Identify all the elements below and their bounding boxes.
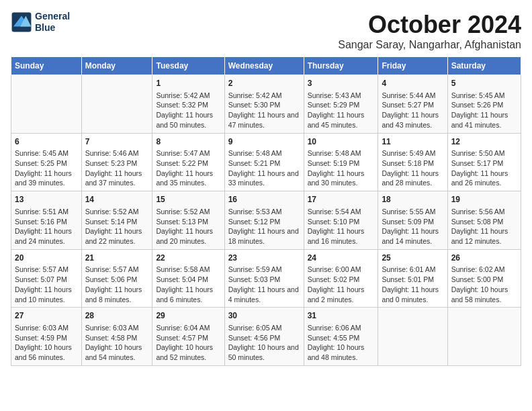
day-cell: 22Sunrise: 5:58 AMSunset: 5:04 PMDayligh… bbox=[152, 249, 224, 308]
day-cell: 25Sunrise: 6:01 AMSunset: 5:01 PMDayligh… bbox=[378, 249, 447, 308]
day-number: 9 bbox=[228, 136, 300, 148]
day-number: 5 bbox=[451, 78, 517, 89]
day-cell: 12Sunrise: 5:50 AMSunset: 5:17 PMDayligh… bbox=[447, 133, 521, 191]
logo-icon bbox=[11, 11, 32, 33]
logo-line1: General bbox=[35, 11, 70, 22]
day-cell: 23Sunrise: 5:59 AMSunset: 5:03 PMDayligh… bbox=[224, 249, 304, 308]
header-cell-sunday: Sunday bbox=[11, 57, 82, 75]
day-cell: 17Sunrise: 5:54 AMSunset: 5:10 PMDayligh… bbox=[304, 191, 378, 250]
day-number: 22 bbox=[156, 253, 220, 264]
week-row-2: 6Sunrise: 5:45 AMSunset: 5:25 PMDaylight… bbox=[11, 133, 521, 191]
day-info: Sunrise: 5:54 AMSunset: 5:10 PMDaylight:… bbox=[308, 207, 375, 246]
day-number: 28 bbox=[85, 310, 149, 322]
day-number: 23 bbox=[228, 253, 300, 264]
day-info: Sunrise: 5:57 AMSunset: 5:06 PMDaylight:… bbox=[85, 265, 149, 304]
day-info: Sunrise: 5:58 AMSunset: 5:04 PMDaylight:… bbox=[156, 265, 220, 304]
day-info: Sunrise: 5:45 AMSunset: 5:25 PMDaylight:… bbox=[15, 148, 78, 188]
day-info: Sunrise: 5:44 AMSunset: 5:27 PMDaylight:… bbox=[382, 91, 443, 130]
day-info: Sunrise: 6:03 AMSunset: 4:59 PMDaylight:… bbox=[15, 323, 78, 363]
day-cell: 19Sunrise: 5:56 AMSunset: 5:08 PMDayligh… bbox=[447, 191, 521, 250]
day-cell: 24Sunrise: 6:00 AMSunset: 5:02 PMDayligh… bbox=[304, 249, 378, 308]
day-info: Sunrise: 5:50 AMSunset: 5:17 PMDaylight:… bbox=[451, 148, 517, 188]
day-cell: 18Sunrise: 5:55 AMSunset: 5:09 PMDayligh… bbox=[378, 191, 447, 250]
day-info: Sunrise: 6:05 AMSunset: 4:56 PMDaylight:… bbox=[228, 323, 300, 363]
day-number: 19 bbox=[451, 194, 517, 205]
day-cell: 13Sunrise: 5:51 AMSunset: 5:16 PMDayligh… bbox=[11, 191, 82, 250]
day-number: 6 bbox=[15, 136, 78, 148]
day-cell: 7Sunrise: 5:46 AMSunset: 5:23 PMDaylight… bbox=[81, 133, 152, 191]
day-number: 4 bbox=[382, 78, 443, 89]
day-cell: 14Sunrise: 5:52 AMSunset: 5:14 PMDayligh… bbox=[81, 191, 152, 250]
day-cell: 10Sunrise: 5:48 AMSunset: 5:19 PMDayligh… bbox=[304, 133, 378, 191]
day-info: Sunrise: 5:59 AMSunset: 5:03 PMDaylight:… bbox=[228, 265, 300, 304]
day-number: 31 bbox=[308, 310, 375, 322]
page-header: General Blue October 2024 Sangar Saray, … bbox=[11, 11, 521, 51]
week-row-1: 1Sunrise: 5:42 AMSunset: 5:32 PMDaylight… bbox=[11, 75, 521, 134]
day-cell: 29Sunrise: 6:04 AMSunset: 4:57 PMDayligh… bbox=[152, 308, 224, 366]
day-number: 1 bbox=[156, 78, 220, 89]
day-info: Sunrise: 6:02 AMSunset: 5:00 PMDaylight:… bbox=[451, 265, 517, 304]
day-info: Sunrise: 6:03 AMSunset: 4:58 PMDaylight:… bbox=[85, 323, 149, 363]
day-number: 27 bbox=[15, 310, 78, 322]
day-number: 14 bbox=[85, 194, 149, 205]
header-cell-wednesday: Wednesday bbox=[224, 57, 304, 75]
header-row: SundayMondayTuesdayWednesdayThursdayFrid… bbox=[11, 57, 521, 75]
day-info: Sunrise: 5:42 AMSunset: 5:30 PMDaylight:… bbox=[228, 91, 300, 130]
day-cell: 11Sunrise: 5:49 AMSunset: 5:18 PMDayligh… bbox=[378, 133, 447, 191]
week-row-3: 13Sunrise: 5:51 AMSunset: 5:16 PMDayligh… bbox=[11, 191, 521, 250]
day-info: Sunrise: 5:52 AMSunset: 5:13 PMDaylight:… bbox=[156, 207, 220, 246]
day-info: Sunrise: 5:47 AMSunset: 5:22 PMDaylight:… bbox=[156, 148, 220, 188]
day-cell: 20Sunrise: 5:57 AMSunset: 5:07 PMDayligh… bbox=[11, 249, 82, 308]
day-cell bbox=[11, 75, 82, 134]
day-number: 10 bbox=[308, 136, 375, 148]
day-number: 29 bbox=[156, 310, 220, 322]
day-info: Sunrise: 6:04 AMSunset: 4:57 PMDaylight:… bbox=[156, 323, 220, 363]
day-cell: 27Sunrise: 6:03 AMSunset: 4:59 PMDayligh… bbox=[11, 308, 82, 366]
day-number: 26 bbox=[451, 253, 517, 264]
day-number: 12 bbox=[451, 136, 517, 148]
day-cell: 6Sunrise: 5:45 AMSunset: 5:25 PMDaylight… bbox=[11, 133, 82, 191]
header-cell-tuesday: Tuesday bbox=[152, 57, 224, 75]
day-info: Sunrise: 5:46 AMSunset: 5:23 PMDaylight:… bbox=[85, 148, 149, 188]
day-info: Sunrise: 5:48 AMSunset: 5:21 PMDaylight:… bbox=[228, 148, 300, 188]
day-info: Sunrise: 5:52 AMSunset: 5:14 PMDaylight:… bbox=[85, 207, 149, 246]
day-info: Sunrise: 5:55 AMSunset: 5:09 PMDaylight:… bbox=[382, 207, 443, 246]
day-cell: 3Sunrise: 5:43 AMSunset: 5:29 PMDaylight… bbox=[304, 75, 378, 134]
day-number: 21 bbox=[85, 253, 149, 264]
day-cell: 30Sunrise: 6:05 AMSunset: 4:56 PMDayligh… bbox=[224, 308, 304, 366]
day-number: 8 bbox=[156, 136, 220, 148]
day-number: 18 bbox=[382, 194, 443, 205]
day-number: 11 bbox=[382, 136, 443, 148]
header-cell-friday: Friday bbox=[378, 57, 447, 75]
day-info: Sunrise: 6:00 AMSunset: 5:02 PMDaylight:… bbox=[308, 265, 375, 304]
day-cell: 15Sunrise: 5:52 AMSunset: 5:13 PMDayligh… bbox=[152, 191, 224, 250]
day-cell: 8Sunrise: 5:47 AMSunset: 5:22 PMDaylight… bbox=[152, 133, 224, 191]
day-number: 20 bbox=[15, 253, 78, 264]
day-cell: 31Sunrise: 6:06 AMSunset: 4:55 PMDayligh… bbox=[304, 308, 378, 366]
day-info: Sunrise: 5:48 AMSunset: 5:19 PMDaylight:… bbox=[308, 148, 375, 188]
day-cell: 4Sunrise: 5:44 AMSunset: 5:27 PMDaylight… bbox=[378, 75, 447, 134]
day-cell: 28Sunrise: 6:03 AMSunset: 4:58 PMDayligh… bbox=[81, 308, 152, 366]
calendar-table: SundayMondayTuesdayWednesdayThursdayFrid… bbox=[11, 56, 521, 366]
header-cell-saturday: Saturday bbox=[447, 57, 521, 75]
day-info: Sunrise: 5:49 AMSunset: 5:18 PMDaylight:… bbox=[382, 148, 443, 188]
day-info: Sunrise: 5:51 AMSunset: 5:16 PMDaylight:… bbox=[15, 207, 78, 246]
day-number: 24 bbox=[308, 253, 375, 264]
day-number: 17 bbox=[308, 194, 375, 205]
day-number: 2 bbox=[228, 78, 300, 89]
day-info: Sunrise: 6:06 AMSunset: 4:55 PMDaylight:… bbox=[308, 323, 375, 363]
day-cell: 1Sunrise: 5:42 AMSunset: 5:32 PMDaylight… bbox=[152, 75, 224, 134]
logo: General Blue bbox=[11, 11, 70, 34]
day-cell: 9Sunrise: 5:48 AMSunset: 5:21 PMDaylight… bbox=[224, 133, 304, 191]
day-info: Sunrise: 5:42 AMSunset: 5:32 PMDaylight:… bbox=[156, 91, 220, 130]
day-cell: 26Sunrise: 6:02 AMSunset: 5:00 PMDayligh… bbox=[447, 249, 521, 308]
header-cell-thursday: Thursday bbox=[304, 57, 378, 75]
day-cell: 2Sunrise: 5:42 AMSunset: 5:30 PMDaylight… bbox=[224, 75, 304, 134]
day-number: 3 bbox=[308, 78, 375, 89]
header-cell-monday: Monday bbox=[81, 57, 152, 75]
day-info: Sunrise: 5:43 AMSunset: 5:29 PMDaylight:… bbox=[308, 91, 375, 130]
logo-line2: Blue bbox=[35, 22, 70, 34]
day-number: 25 bbox=[382, 253, 443, 264]
month-title: October 2024 bbox=[338, 11, 521, 39]
day-info: Sunrise: 5:56 AMSunset: 5:08 PMDaylight:… bbox=[451, 207, 517, 246]
